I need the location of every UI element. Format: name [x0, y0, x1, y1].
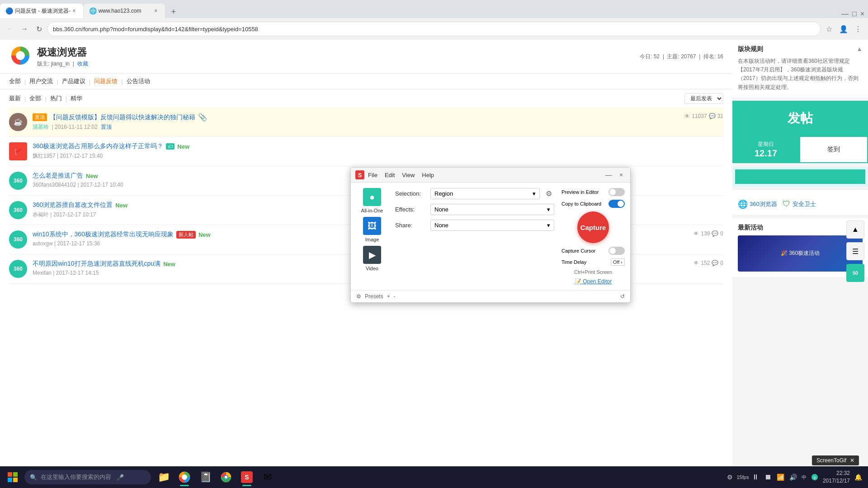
capture-button[interactable]: Capture [577, 211, 609, 243]
volume-icon[interactable]: 🔊 [789, 473, 798, 482]
mode-video[interactable]: ▶ Video [356, 246, 388, 271]
post-button[interactable]: 发帖 [732, 101, 868, 136]
sidebar-links: 🌐 360浏览器 🛡 安全卫士 [738, 199, 863, 209]
filter-featured[interactable]: 精华 [71, 94, 82, 103]
network-icon[interactable]: 📶 [776, 473, 785, 482]
taskbar-mail[interactable]: ✉ [258, 467, 278, 487]
notification-button[interactable]: 🔔 [854, 473, 863, 482]
snagit-close[interactable]: × [617, 170, 626, 179]
nav-product-suggestions[interactable]: 产品建议 [62, 77, 85, 85]
menu-view[interactable]: View [402, 172, 415, 178]
all-in-one-label: All-in-One [356, 208, 388, 213]
views-icon-4: 👁 [693, 230, 699, 237]
pinned-replies: 31 [717, 113, 723, 119]
rotate-icon[interactable]: ↺ [620, 293, 625, 300]
effects-chevron-icon: ▾ [547, 206, 550, 213]
post-5-link[interactable]: 不明原因win10打开急速浏览器直线死机cpu满 [33, 260, 160, 268]
presets-label: Presets [365, 293, 383, 300]
minimize-button[interactable]: — [841, 10, 849, 18]
taskbar-snagit[interactable]: S [237, 467, 257, 487]
taskbar-file-explorer[interactable]: 📁 [154, 467, 174, 487]
snagit-minimize[interactable]: — [604, 170, 613, 179]
close-button[interactable]: × [860, 10, 864, 18]
post-2-link[interactable]: 怎么老是推送广告 [33, 172, 83, 180]
tab-bar: 🔵 问题反馈 - 极速浏览器- × 🌐 www.hao123.com × + —… [0, 0, 868, 18]
profile-button[interactable]: 👤 [837, 23, 850, 35]
pause-button[interactable]: ⏸ [751, 473, 760, 482]
cursor-toggle[interactable] [609, 247, 625, 255]
screentogif-close-icon[interactable]: ✕ [850, 457, 854, 464]
nav-feedback[interactable]: 问题反馈 [94, 77, 118, 85]
preview-toggle[interactable] [609, 188, 625, 196]
share-select[interactable]: None ▾ [430, 220, 554, 231]
selection-settings-icon[interactable]: ⚙ [543, 188, 554, 199]
effects-select[interactable]: None ▾ [430, 204, 554, 215]
stop-button[interactable]: ⏹ [764, 473, 773, 482]
taskbar-search[interactable]: 🔍 在这里输入你要搜索的内容 🎤 [24, 470, 151, 484]
menu-edit[interactable]: Edit [385, 172, 395, 178]
menu-help[interactable]: Help [422, 172, 434, 178]
maximize-button[interactable]: □ [852, 10, 857, 18]
save-label[interactable]: 收藏 [77, 61, 88, 67]
mode-all-in-one[interactable]: ● All-in-One [356, 188, 388, 213]
filter-all[interactable]: 全部 [29, 94, 41, 103]
open-editor-link[interactable]: 📝 Open Editor [575, 278, 612, 285]
mic-icon[interactable]: 🎤 [117, 474, 124, 481]
activity-title: 最新活动 [738, 224, 863, 232]
nav-all[interactable]: 全部 [9, 77, 21, 85]
time-delay-value[interactable]: Off › [611, 258, 625, 266]
rules-text: 在本版块活动时，请详细查看360社区管理规定【2017年7月启用】，360极速浏… [738, 57, 863, 92]
preset-options-button[interactable]: - [394, 293, 396, 300]
link-safeguard[interactable]: 🛡 安全卫士 [783, 199, 816, 209]
tab-2-title: www.hao123.com [99, 8, 152, 14]
selection-select[interactable]: Region ▾ [430, 188, 540, 199]
page-link[interactable]: 置顶 [101, 124, 112, 130]
add-preset-button[interactable]: + [387, 293, 390, 300]
scroll-up-button[interactable]: ▲ [846, 221, 864, 239]
mode-image[interactable]: 🖼 Image [356, 217, 388, 242]
nav-announcements[interactable]: 公告活动 [127, 77, 150, 85]
taskbar-onenote[interactable]: 📓 [195, 467, 215, 487]
post-5-avatar: 360 [9, 260, 27, 278]
post-4-link[interactable]: win10系统中，360极速浏览器经常出现无响应现象 [33, 230, 174, 239]
start-button[interactable] [2, 466, 24, 488]
snagit-window: S File Edit View Help — × ● All-in-One 🖼… [350, 167, 631, 303]
video-mode-label: Video [356, 266, 388, 271]
post-1-avatar: 🚩 [9, 142, 27, 160]
back-button[interactable]: ← [4, 23, 16, 35]
nav-user-exchange[interactable]: 用户交流 [29, 77, 53, 85]
settings-icon[interactable]: ⚙ [726, 473, 735, 482]
sort-select[interactable]: 最后发表 发表时间 回复数 [684, 93, 723, 104]
refresh-button[interactable]: ↻ [33, 23, 45, 35]
pinned-post-link[interactable]: 【问题反馈模版】反馈问题得以快速解决的独门秘籍 [50, 113, 195, 122]
menu-file[interactable]: File [368, 172, 377, 178]
link-360browser[interactable]: 🌐 360浏览器 [738, 199, 777, 209]
taskbar-browser[interactable] [175, 467, 194, 487]
filter-hot[interactable]: 热门 [50, 94, 62, 103]
rules-collapse[interactable]: ▲ [856, 45, 863, 53]
signin-button[interactable]: 签到 [799, 136, 868, 163]
bookmark-button[interactable]: ☆ [823, 23, 835, 35]
tab-1-close[interactable]: × [71, 7, 78, 14]
tab-2[interactable]: 🌐 www.hao123.com × [84, 4, 165, 18]
list-button[interactable]: ☰ [846, 242, 864, 260]
post-5-views: 152 [701, 260, 710, 266]
fps-display: 15 fps [738, 473, 747, 482]
tab-2-close[interactable]: × [152, 7, 160, 14]
menu-button[interactable]: ⋮ [852, 23, 864, 35]
address-bar[interactable]: bbs.360.cn/forum.php?mod=forumdisplay&fi… [47, 22, 821, 36]
clipboard-toggle[interactable] [609, 200, 625, 208]
post-1-link[interactable]: 360极速浏览器占用那么多内存这样子正常吗？ [33, 142, 163, 150]
forward-button[interactable]: → [18, 23, 31, 35]
forum-header: 极速浏览器 版主: jiang_in | 收藏 今日: 52 | 主题: 207… [0, 40, 732, 74]
taskbar-chrome[interactable] [216, 467, 236, 487]
post-item-1: 🚩 360极速浏览器占用那么多内存这样子正常吗？ 🏷 New 飘红1957 | … [9, 137, 723, 166]
new-tab-button[interactable]: + [167, 5, 180, 18]
post-1-main: 360极速浏览器占用那么多内存这样子正常吗？ 🏷 New 飘红1957 | 20… [33, 142, 723, 160]
filter-latest[interactable]: 最新 [9, 94, 21, 103]
tab-1[interactable]: 🔵 问题反馈 - 极速浏览器- × [0, 4, 83, 18]
post-4-replies: 0 [720, 230, 723, 237]
360-tray-icon[interactable]: 3 [810, 473, 819, 482]
post-3-link[interactable]: 360浏览器擅自篡改文件位置 [33, 201, 113, 209]
post-4-views: 139 [701, 230, 710, 237]
